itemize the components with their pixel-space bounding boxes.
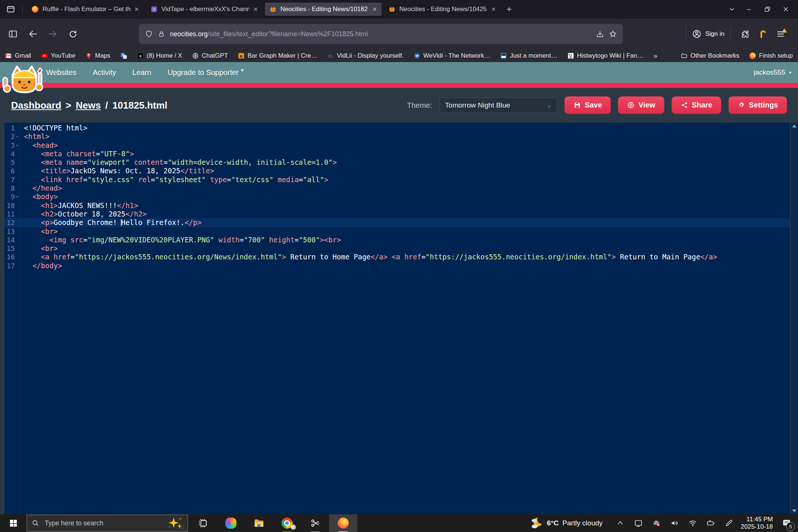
forward-icon[interactable]	[46, 27, 60, 41]
signin-button[interactable]: Sign in	[686, 26, 731, 42]
code-line[interactable]: 3▾ <head>	[4, 141, 790, 150]
nav-item-learn[interactable]: Learn	[132, 68, 151, 77]
tab-close-icon[interactable]	[134, 7, 139, 12]
speaker-icon[interactable]	[670, 519, 679, 528]
menu-hamburger-icon[interactable]	[776, 29, 785, 39]
nav-item-websites[interactable]: Websites	[46, 68, 76, 77]
tracking-shield-icon[interactable]	[145, 30, 153, 38]
view-button[interactable]: View	[618, 96, 664, 114]
code-editor[interactable]: 1<!DOCTYPE html>2▾<html>3▾ <head>4 <meta…	[4, 123, 790, 514]
code-line[interactable]: 12 <p>Goodbye Chrome! Hello Firefox!.</p…	[4, 218, 790, 227]
scroll-down-icon[interactable]	[792, 509, 797, 512]
tab-close-icon[interactable]	[372, 7, 377, 12]
bookmark-star-icon[interactable]	[609, 30, 617, 38]
vidtape-icon: V	[150, 6, 158, 13]
restore-button[interactable]	[759, 2, 776, 17]
chevron-up-icon[interactable]	[616, 519, 625, 528]
code-line[interactable]: 2▾<html>	[4, 132, 790, 141]
breadcrumb-news-link[interactable]: News	[76, 100, 101, 111]
code-text: <br>	[20, 227, 58, 236]
minimize-button[interactable]	[740, 2, 757, 17]
extensions-puzzle-icon[interactable]	[738, 27, 752, 41]
bookmark-item[interactable]: RBar Graph Maker | Cre…	[238, 52, 317, 59]
taskbar-app-snipping-icon[interactable]	[301, 514, 329, 532]
taskbar-app-chrome-icon[interactable]	[273, 514, 301, 532]
breadcrumb-dashboard-link[interactable]: Dashboard	[11, 100, 61, 111]
save-page-icon[interactable]	[596, 30, 604, 38]
fold-arrow-icon[interactable]: ▾	[15, 141, 20, 150]
code-line[interactable]: 10 <h1>JACKOS NEWS!!!</h1>	[4, 201, 790, 210]
code-line[interactable]: 16 <a href="https://jackos555.neocities.…	[4, 253, 790, 261]
browser-tab[interactable]: VVidTape - elberrnieXxX's Channe	[146, 3, 263, 16]
start-button[interactable]	[0, 514, 27, 532]
editor-scrollbar[interactable]	[791, 123, 798, 514]
pen-icon[interactable]	[724, 519, 733, 528]
account-menu[interactable]: jackos555 ▾	[754, 68, 791, 76]
code-line[interactable]: 15 <br>	[4, 244, 790, 253]
code-line[interactable]: 11 <h2>October 18, 2025</h2>	[4, 210, 790, 218]
bookmark-item[interactable]: YouTube	[41, 52, 75, 59]
nav-item-activity[interactable]: Activity	[93, 68, 116, 77]
list-all-tabs-icon[interactable]	[725, 3, 739, 16]
browser-tab[interactable]: Neocities - Editing News/10425	[384, 3, 501, 16]
wifi-icon[interactable]	[688, 519, 697, 528]
bookmark-item[interactable]: WWeVidi - The Network…	[414, 52, 490, 59]
notification-center-icon[interactable]: 5	[780, 516, 794, 530]
code-line[interactable]: 9▾ <body>	[4, 192, 790, 201]
taskbar-search[interactable]	[27, 515, 188, 532]
taskbar-app-taskview-icon[interactable]	[189, 514, 217, 532]
code-line[interactable]: 4 <meta charset="UTF-8">	[4, 150, 790, 158]
taskbar-clock[interactable]: 11:45 PM 2025-10-18	[741, 516, 773, 531]
bookmark-item[interactable]: Other Bookmarks	[681, 52, 739, 59]
tab-close-icon[interactable]	[491, 7, 496, 12]
bookmark-item[interactable]: Maps	[85, 52, 110, 59]
nav-item-upgrade-to-supporter[interactable]: Upgrade to Supporter♥	[167, 68, 244, 77]
theme-select[interactable]: Tomorrow Night Blue ⌄	[440, 98, 557, 113]
battery-icon[interactable]	[706, 519, 715, 528]
weather-widget[interactable]: 6°C Partly cloudy	[530, 516, 603, 530]
fold-arrow-icon[interactable]: ▾	[15, 192, 20, 201]
url-bar[interactable]: neocities.org/site_files/text_editor?fil…	[139, 24, 623, 44]
browser-tab[interactable]: Ruffle - Flash Emulator – Get thi	[27, 3, 144, 16]
extension-r-icon[interactable]	[756, 27, 770, 41]
cloud-off-icon[interactable]	[652, 519, 661, 528]
taskbar-app-explorer-icon[interactable]	[245, 514, 273, 532]
bookmarks-overflow-chevron-icon[interactable]: »	[654, 52, 658, 60]
browser-tab[interactable]: Neocities - Editing News/10182	[265, 3, 382, 16]
tab-close-icon[interactable]	[253, 7, 258, 12]
bookmark-item[interactable]: Aa	[120, 52, 127, 59]
code-line[interactable]: 5 <meta name="viewport" content="width=d…	[4, 158, 790, 167]
firefox-view-icon[interactable]	[4, 3, 18, 16]
bookmark-item[interactable]: X(8) Home / X	[137, 52, 182, 59]
save-button[interactable]: Save	[565, 96, 611, 114]
neocities-logo[interactable]	[2, 63, 44, 97]
settings-button[interactable]: Settings	[729, 96, 787, 114]
bookmark-item[interactable]: Gmail	[5, 52, 31, 59]
code-line[interactable]: 1<!DOCTYPE html>	[4, 124, 790, 132]
new-tab-button[interactable]	[502, 3, 516, 16]
taskbar-app-copilot-icon[interactable]	[217, 514, 245, 532]
code-line[interactable]: 13 <br>	[4, 227, 790, 236]
back-icon[interactable]	[26, 27, 40, 41]
taskbar-app-firefox-icon[interactable]	[329, 514, 357, 532]
reload-icon[interactable]	[66, 27, 80, 41]
bookmark-item[interactable]: ChatGPT	[192, 52, 228, 59]
code-line[interactable]: 17 </body>	[4, 262, 790, 270]
code-line[interactable]: 8 </head>	[4, 184, 790, 192]
url-text[interactable]: neocities.org/site_files/text_editor?fil…	[170, 30, 368, 38]
cast-icon[interactable]	[634, 519, 643, 528]
bookmark-item[interactable]: Histwytogo Wiki | Fan…	[567, 52, 644, 59]
bookmark-item[interactable]: VLVidLii - Display yourself.	[327, 52, 404, 59]
bookmark-item[interactable]: Finish setup	[749, 52, 793, 59]
share-button[interactable]: Share	[672, 96, 722, 114]
code-line[interactable]: 14 <img src="img/NEW%20VIDEO%20PLAYER.PN…	[4, 236, 790, 244]
fold-arrow-icon[interactable]: ▾	[15, 132, 20, 141]
lock-icon[interactable]	[158, 30, 165, 38]
scroll-up-icon[interactable]	[792, 125, 797, 127]
close-window-button[interactable]	[777, 2, 794, 17]
code-line[interactable]: 7 <link href="style.css" rel="stylesheet…	[4, 175, 790, 184]
search-input[interactable]	[44, 519, 163, 528]
bookmark-item[interactable]: Just a moment…	[500, 52, 557, 59]
sidebar-icon[interactable]	[6, 27, 20, 41]
code-line[interactable]: 6 <title>JackOS News: Oct. 18, 2025</tit…	[4, 167, 790, 175]
